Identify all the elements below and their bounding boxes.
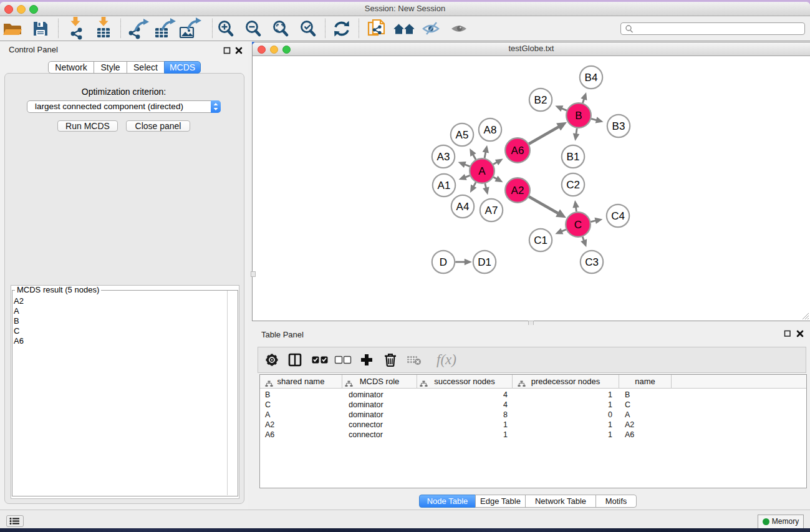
svg-text:B1: B1: [567, 151, 580, 163]
svg-text:C2: C2: [566, 179, 580, 191]
svg-text:A5: A5: [456, 129, 469, 141]
svg-text:C3: C3: [585, 256, 599, 268]
svg-text:f(x): f(x): [436, 352, 456, 367]
svg-text:B: B: [575, 110, 582, 122]
svg-text:A7: A7: [485, 205, 498, 216]
svg-text:A2: A2: [511, 185, 524, 196]
svg-text:A: A: [478, 165, 486, 177]
svg-text:A6: A6: [511, 145, 524, 157]
svg-text:D: D: [440, 256, 447, 268]
svg-text:B4: B4: [585, 72, 598, 84]
svg-text:B2: B2: [534, 94, 547, 106]
svg-text:D1: D1: [478, 256, 491, 268]
svg-text:A4: A4: [456, 201, 470, 213]
svg-text:A3: A3: [437, 151, 450, 163]
svg-text:A1: A1: [438, 180, 451, 191]
svg-text:C4: C4: [611, 210, 625, 222]
svg-text:C1: C1: [534, 235, 547, 246]
svg-text:C: C: [574, 219, 582, 231]
svg-text:A8: A8: [484, 124, 497, 136]
svg-text:B3: B3: [612, 120, 625, 132]
